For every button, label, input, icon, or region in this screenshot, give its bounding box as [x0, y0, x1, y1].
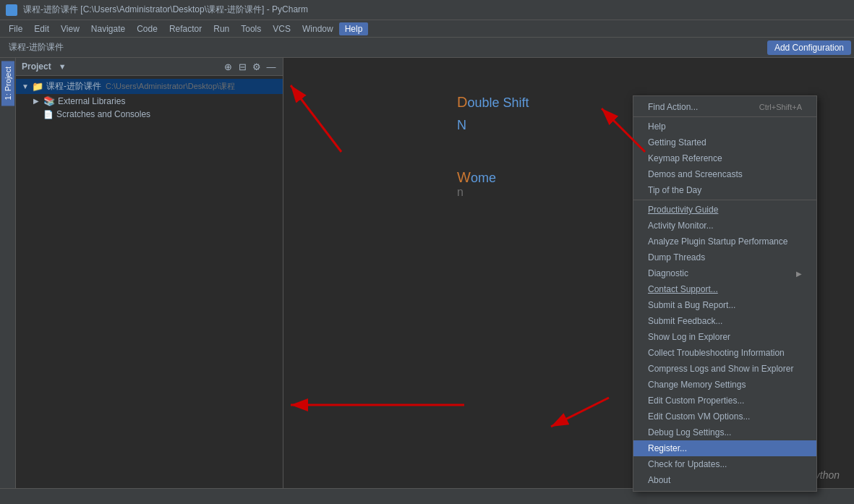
project-panel: Project ▼ ⊕ ⊟ ⚙ — ▼ 📁 课程-进阶课件 C:\Users\A…	[16, 58, 283, 504]
tree-item-libraries[interactable]: ▶ 📚 External Libraries	[16, 94, 283, 108]
tree-path-root: C:\Users\Administrator\Desktop\课程	[106, 81, 235, 92]
project-panel-header: Project ▼ ⊕ ⊟ ⚙ —	[16, 58, 283, 76]
menu-bar: File Edit View Navigate Code Refactor Ru…	[0, 20, 854, 38]
menu-find-action[interactable]: Find Action... Ctrl+Shift+A	[633, 99, 816, 115]
project-hide-icon[interactable]: —	[265, 61, 277, 72]
project-settings-icon[interactable]: ⚙	[251, 61, 262, 72]
menu-navigate[interactable]: Navigate	[85, 22, 131, 35]
project-tree: ▼ 📁 课程-进阶课件 C:\Users\Administrator\Deskt…	[16, 76, 283, 124]
menu-analyze-plugin[interactable]: Analyze Plugin Startup Performance	[633, 234, 816, 249]
menu-refactor[interactable]: Refactor	[163, 22, 208, 35]
menu-register[interactable]: Register...	[633, 440, 816, 456]
menu-debug-log-settings[interactable]: Debug Log Settings...	[633, 424, 816, 440]
menu-help[interactable]: Help	[339, 22, 369, 35]
project-toolbar: 课程-进阶课件 Add Configuration	[0, 38, 854, 58]
project-collapse-icon[interactable]: ⊟	[236, 61, 248, 72]
menu-compress-logs[interactable]: Compress Logs and Show in Explorer	[633, 361, 816, 377]
help-dropdown-menu: Find Action... Ctrl+Shift+A Help Getting…	[633, 95, 817, 492]
menu-productivity-guide[interactable]: Productivity Guide	[633, 202, 816, 218]
tree-label-scratches: Scratches and Consoles	[56, 109, 150, 119]
main-layout: 1: Project Project ▼ ⊕ ⊟ ⚙ — ▼ 📁 课程-进阶课件…	[0, 58, 854, 504]
menu-tools[interactable]: Tools	[235, 22, 267, 35]
red-arrow-register	[544, 390, 616, 450]
menu-diagnostic[interactable]: Diagnostic ▶	[633, 265, 816, 281]
tree-arrow-libraries: ▶	[33, 97, 40, 105]
tree-arrow-root: ▼	[22, 82, 29, 90]
menu-about[interactable]: About	[633, 472, 816, 488]
tree-label-libraries: External Libraries	[58, 96, 125, 106]
menu-tip-of-day[interactable]: Tip of the Day	[633, 182, 816, 198]
tree-label-root: 课程-进阶课件	[46, 80, 101, 93]
scratches-icon: 📄	[43, 110, 54, 119]
svg-line-7	[551, 398, 609, 427]
menu-change-memory[interactable]: Change Memory Settings	[633, 377, 816, 393]
title-bar: 课程-进阶课件 [C:\Users\Administrator\Desktop\…	[0, 0, 854, 20]
menu-keymap-reference[interactable]: Keymap Reference	[633, 150, 816, 166]
sidebar-tab-project[interactable]: 1: Project	[1, 61, 14, 106]
menu-dump-threads[interactable]: Dump Threads	[633, 249, 816, 265]
title-bar-text: 课程-进阶课件 [C:\Users\Administrator\Desktop\…	[23, 4, 308, 16]
menu-demos-screencasts[interactable]: Demos and Screencasts	[633, 166, 816, 182]
app-icon	[6, 4, 17, 16]
menu-help-item[interactable]: Help	[633, 119, 816, 134]
menu-edit-custom-vm[interactable]: Edit Custom VM Options...	[633, 409, 816, 424]
menu-activity-monitor[interactable]: Activity Monitor...	[633, 218, 816, 234]
menu-view[interactable]: View	[55, 22, 85, 35]
menu-check-updates[interactable]: Check for Updates...	[633, 456, 816, 472]
menu-submit-feedback[interactable]: Submit Feedback...	[633, 313, 816, 329]
menu-show-log[interactable]: Show Log in Explorer	[633, 329, 816, 345]
menu-getting-started[interactable]: Getting Started	[633, 134, 816, 150]
tree-item-root[interactable]: ▼ 📁 课程-进阶课件 C:\Users\Administrator\Deskt…	[16, 79, 283, 94]
project-name-label: 课程-进阶课件	[3, 40, 69, 55]
menu-submit-bug[interactable]: Submit a Bug Report...	[633, 297, 816, 313]
editor-area: Double Shift N Wome n Find Action... Ctr…	[283, 58, 854, 504]
menu-vcs[interactable]: VCS	[267, 22, 296, 35]
menu-edit[interactable]: Edit	[28, 22, 55, 35]
tree-item-scratches[interactable]: 📄 Scratches and Consoles	[16, 108, 283, 121]
menu-file[interactable]: File	[3, 22, 28, 35]
menu-run[interactable]: Run	[208, 22, 235, 35]
project-panel-title: Project	[22, 61, 51, 72]
project-header-icons: ⊕ ⊟ ⚙ —	[222, 61, 277, 72]
add-configuration-button[interactable]: Add Configuration	[767, 40, 851, 55]
menu-contact-support[interactable]: Contact Support...	[633, 281, 816, 297]
library-icon: 📚	[43, 95, 55, 106]
menu-code[interactable]: Code	[131, 22, 163, 35]
project-locate-icon[interactable]: ⊕	[222, 61, 234, 72]
menu-window[interactable]: Window	[296, 22, 339, 35]
menu-edit-custom-props[interactable]: Edit Custom Properties...	[633, 393, 816, 409]
menu-collect-troubleshooting[interactable]: Collect Troubleshooting Information	[633, 345, 816, 361]
folder-icon-root: 📁	[32, 81, 43, 92]
side-tabs: 1: Project	[0, 58, 16, 504]
